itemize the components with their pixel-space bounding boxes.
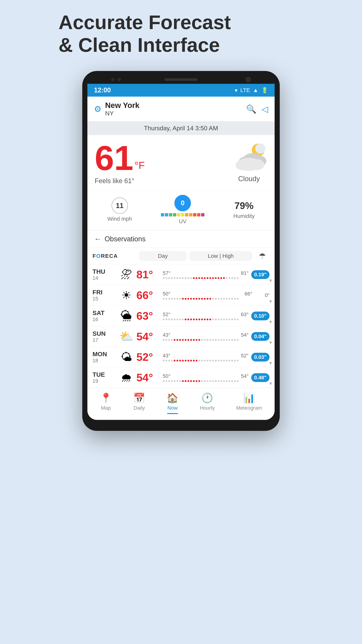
forecast-row[interactable]: TUE19🌧54°50°54°0.48"▼ xyxy=(87,367,275,388)
range-dot xyxy=(220,339,222,341)
range-dot xyxy=(237,277,239,279)
range-dot xyxy=(201,277,203,279)
uv-segment xyxy=(189,213,192,216)
day-name: FRI xyxy=(92,289,116,296)
nav-item-map[interactable]: 📍Map xyxy=(100,392,112,414)
range-dot xyxy=(179,360,181,362)
range-dot xyxy=(182,360,184,362)
range-dot xyxy=(231,339,233,341)
range-dot xyxy=(190,360,192,362)
row-expand-arrow[interactable]: ▼ xyxy=(268,360,273,366)
range-dot xyxy=(198,298,200,300)
nav-item-now[interactable]: 🏠Now xyxy=(167,392,178,414)
range-labels: 50°66° xyxy=(163,291,252,297)
location-name: New York xyxy=(105,101,242,110)
forecast-row[interactable]: SUN17⛅54°43°54°0.04"▼ xyxy=(87,326,275,347)
uv-value: 0 xyxy=(181,199,184,207)
range-dot xyxy=(231,380,233,382)
range-dot xyxy=(207,318,208,320)
range-dot xyxy=(204,277,206,279)
range-dot xyxy=(174,360,176,362)
temp-unit: °F xyxy=(134,160,145,171)
range-dot xyxy=(171,380,173,382)
nav-item-hourly[interactable]: 🕐Hourly xyxy=(200,392,215,414)
row-expand-arrow[interactable]: ▼ xyxy=(268,381,273,386)
weather-icon-section: Cloudy xyxy=(231,143,267,183)
settings-icon[interactable]: ⚙ xyxy=(94,104,101,114)
back-icon[interactable]: ← xyxy=(94,234,102,243)
range-dot xyxy=(226,339,228,341)
range-dot xyxy=(207,380,208,382)
range-dot xyxy=(185,360,186,362)
range-dot xyxy=(185,339,186,341)
range-dot xyxy=(182,339,184,341)
location-text: New York NY xyxy=(105,101,242,117)
forecast-range-col: 43°52° xyxy=(160,353,251,362)
range-dot xyxy=(171,360,173,362)
umbrella-icon: ☂ xyxy=(259,252,266,261)
range-dot xyxy=(174,277,176,279)
forecast-rows-container: THU14⛈81°57°81°0.19"▼FRI15☀66°50°66°0"▼S… xyxy=(87,264,275,388)
forecast-col-day: Day xyxy=(139,251,187,261)
range-dot xyxy=(212,277,214,279)
temp-section: 61°F Feels like 61° xyxy=(95,140,145,185)
range-dot xyxy=(196,277,197,279)
nav-icon-daily: 📅 xyxy=(133,392,145,404)
range-dot xyxy=(179,339,181,341)
range-dot xyxy=(196,360,197,362)
nav-item-meteogram[interactable]: 📊Meteogram xyxy=(236,392,262,414)
range-dot xyxy=(168,298,170,300)
temperature-display: 61°F xyxy=(95,140,145,175)
nav-label-meteogram: Meteogram xyxy=(236,405,262,411)
nav-item-daily[interactable]: 📅Daily xyxy=(133,392,145,414)
nav-icon-now: 🏠 xyxy=(167,392,178,404)
range-dot xyxy=(176,339,178,341)
forecast-row[interactable]: MON18🌤52°43°52°0.03"▼ xyxy=(87,347,275,367)
range-dot xyxy=(237,380,239,382)
range-dot xyxy=(176,380,178,382)
feels-like: Feels like 61° xyxy=(95,177,145,185)
range-dot xyxy=(226,360,228,362)
forecast-range-col: 43°54° xyxy=(160,332,251,341)
forecast-row[interactable]: FRI15☀66°50°66°0"▼ xyxy=(87,285,275,306)
range-dot xyxy=(229,277,230,279)
wifi-icon: ▾ xyxy=(235,87,238,94)
range-dot xyxy=(196,380,197,382)
location-icon[interactable]: ◁ xyxy=(262,104,268,114)
forecast-header: FORECA Day Low | High ☂ xyxy=(87,248,275,264)
row-expand-arrow[interactable]: ▼ xyxy=(268,278,273,283)
forecast-col-lowhigh: Low | High xyxy=(189,251,252,261)
range-dot xyxy=(201,318,203,320)
forecast-row[interactable]: THU14⛈81°57°81°0.19"▼ xyxy=(87,264,275,285)
range-dot xyxy=(223,380,225,382)
range-dot xyxy=(234,339,236,341)
uv-segment xyxy=(201,213,204,216)
range-dot xyxy=(187,277,189,279)
day-num: 17 xyxy=(92,337,116,343)
row-expand-arrow[interactable]: ▼ xyxy=(268,299,273,304)
precip-badge: 0.19" xyxy=(251,270,270,279)
nav-label-now: Now xyxy=(167,405,178,411)
search-icon[interactable]: 🔍 xyxy=(246,104,257,114)
wind-circle: 11 xyxy=(111,198,128,214)
uv-label: UV xyxy=(179,218,186,224)
range-high: 52° xyxy=(241,353,249,358)
foreca-logo: FORECA xyxy=(92,253,139,259)
range-labels: 50°54° xyxy=(163,373,249,379)
range-dot xyxy=(196,318,197,320)
range-dot xyxy=(190,298,192,300)
range-dot xyxy=(193,380,195,382)
range-dot xyxy=(179,277,181,279)
range-dot xyxy=(165,277,167,279)
row-expand-arrow[interactable]: ▼ xyxy=(268,320,273,324)
observations-tab[interactable]: ← Observations xyxy=(87,230,275,247)
row-expand-arrow[interactable]: ▼ xyxy=(268,340,273,345)
uv-segment xyxy=(197,213,200,216)
range-dot xyxy=(234,298,236,300)
range-dot xyxy=(223,318,225,320)
day-num: 14 xyxy=(92,275,116,281)
range-dot xyxy=(231,298,233,300)
range-dot xyxy=(218,360,219,362)
forecast-row[interactable]: SAT16🌦63°52°63°0.10"▼ xyxy=(87,306,275,326)
range-dot xyxy=(229,298,230,300)
